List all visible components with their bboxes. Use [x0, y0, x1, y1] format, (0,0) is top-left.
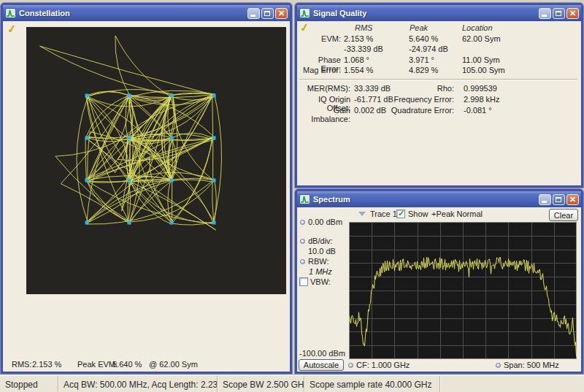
sq-row-phase-error: Phase Error: 1.068 ° 3.971 ° 11.00 Sym	[297, 55, 581, 66]
status-acq-bw: Acq BW: 500.00 MHz, Acq Length: 2.230 us	[58, 376, 218, 392]
close-icon: ✕	[567, 9, 578, 18]
sq-summary-row-3: Gain Imbalance: 0.002 dB Quadrature Erro…	[297, 106, 581, 116]
maximize-button[interactable]	[553, 8, 565, 19]
peak-evm-label: Peak EVM:	[77, 360, 118, 369]
maximize-icon	[556, 11, 561, 16]
show-trace-checkbox[interactable]: ✓	[396, 210, 405, 218]
cf-knob-icon[interactable]	[348, 363, 353, 368]
maximize-button[interactable]	[553, 194, 565, 205]
phase-error-peak: 3.971 °	[409, 55, 434, 64]
ref-level-value[interactable]: 0.00 dBm	[308, 218, 342, 226]
sq-row-mag-error: Mag Error: 1.554 % 4.829 % 105.00 Sym	[297, 66, 581, 76]
signal-quality-titlebar[interactable]: Signal Quality ✕	[297, 5, 581, 21]
minimize-icon	[250, 15, 256, 17]
minimize-button[interactable]	[539, 194, 551, 205]
header-rms: RMS	[355, 23, 372, 32]
signal-quality-title: Signal Quality	[313, 9, 539, 18]
quadrature-error-label: Quadrature Error:	[364, 106, 454, 115]
span-value[interactable]: Span: 500 MHz	[504, 361, 559, 369]
rms-value: 2.153 %	[32, 360, 61, 369]
header-peak: Peak	[410, 23, 428, 32]
signal-quality-body: ✓ RMS Peak Location EVM: 2.153 % 5.640 %…	[297, 21, 581, 185]
rms-label: RMS:	[12, 360, 32, 369]
spectrum-window: Spectrum ✕ Trace 1 ✓ Show +Peak Normal C…	[295, 189, 583, 374]
center-frequency-value[interactable]: CF: 1.000 GHz	[356, 361, 410, 369]
at-symbol-value: @ 62.00 Sym	[149, 360, 198, 369]
constellation-title: Constellation	[19, 9, 247, 18]
dbdiv-value[interactable]: 10.0 dB	[308, 247, 336, 255]
frequency-error-value: 2.998 kHz	[464, 95, 500, 104]
rbw-knob-icon[interactable]	[300, 259, 305, 264]
status-filler	[440, 376, 584, 392]
evm-peak: 5.640 %	[409, 34, 438, 43]
minimize-button[interactable]	[539, 8, 551, 19]
dbdiv-label: dB/div:	[308, 237, 333, 245]
frequency-error-label: Frequency Error:	[364, 95, 454, 104]
quadrature-error-value: -0.081 °	[464, 106, 492, 115]
checkbox-check-icon: ✓	[398, 209, 404, 218]
sq-summary-row-1: MER(RMS): 33.339 dB Rho: 0.999539	[297, 84, 581, 94]
vbw-label: VBW:	[310, 277, 331, 286]
minimize-icon	[542, 201, 547, 203]
status-scope-bw: Scope BW 2.500 GHz	[218, 376, 304, 392]
gain-imbalance-label: Gain Imbalance:	[297, 106, 350, 123]
constellation-body: ✓ RMS: 2.153 % Peak EVM: 5.640 % @ 62.00…	[3, 21, 290, 372]
mag-error-peak: 4.829 %	[409, 66, 438, 74]
rho-label: Rho:	[364, 84, 454, 93]
peak-evm-value: 5.640 %	[112, 360, 142, 369]
measurement-valid-checkmark: ✓	[7, 22, 18, 36]
rbw-value[interactable]: 1 MHz	[309, 267, 332, 276]
status-sample-rate: Scope sample rate 40.000 GHz	[304, 376, 440, 392]
maximize-button[interactable]	[261, 8, 274, 19]
sq-header-row: RMS Peak Location	[297, 23, 581, 34]
dbdiv-knob-icon[interactable]	[300, 239, 305, 244]
constellation-window: Constellation ✕ ✓ RMS: 2.153 % Peak EVM:…	[1, 3, 292, 374]
span-knob-icon[interactable]	[496, 363, 501, 368]
phase-error-rms: 1.068 °	[344, 55, 369, 64]
app-window-icon	[299, 8, 310, 18]
close-button[interactable]: ✕	[275, 8, 288, 19]
rho-value: 0.999539	[464, 84, 497, 93]
row-label: Mag Error:	[297, 66, 341, 74]
mer-label: MER(RMS):	[297, 84, 350, 93]
ref-level-knob-icon[interactable]	[300, 220, 305, 225]
signal-quality-window: Signal Quality ✕ ✓ RMS Peak Location EVM…	[295, 3, 583, 188]
minimize-button[interactable]	[247, 8, 260, 19]
evm-rms-db: -33.339 dB	[344, 45, 383, 53]
minimize-icon	[542, 15, 547, 17]
mag-error-location: 105.00 Sym	[462, 66, 505, 74]
close-button[interactable]: ✕	[566, 8, 579, 19]
vbw-checkbox[interactable]	[299, 277, 308, 286]
maximize-icon	[264, 11, 270, 16]
close-icon: ✕	[276, 9, 287, 18]
trace-name[interactable]: Trace 1	[370, 210, 397, 218]
row-label: EVM:	[297, 34, 341, 43]
evm-rms: 2.153 %	[344, 34, 373, 43]
app-screen: Constellation ✕ ✓ RMS: 2.153 % Peak EVM:…	[0, 0, 584, 392]
evm-location: 62.00 Sym	[462, 34, 501, 43]
constellation-plot[interactable]	[26, 27, 286, 294]
detector-mode[interactable]: +Peak Normal	[431, 210, 483, 218]
app-window-icon	[299, 194, 310, 204]
header-location: Location	[462, 23, 493, 32]
sq-summary-row-2: IQ Origin Offset: -61.771 dB Frequency E…	[297, 95, 581, 105]
close-icon: ✕	[567, 195, 578, 204]
status-run-state: Stopped	[0, 376, 58, 392]
sq-row-evm: EVM: 2.153 % 5.640 % 62.00 Sym	[297, 34, 581, 45]
bottom-level-value: -100.00 dBm	[299, 349, 345, 358]
constellation-titlebar[interactable]: Constellation ✕	[3, 5, 290, 21]
app-window-icon	[5, 8, 16, 18]
trace-expander-chevron-down-icon[interactable]	[358, 212, 366, 216]
close-button[interactable]: ✕	[566, 194, 579, 205]
spectrum-title: Spectrum	[313, 195, 539, 204]
status-bar: Stopped Acq BW: 500.00 MHz, Acq Length: …	[0, 375, 584, 392]
spectrum-titlebar[interactable]: Spectrum ✕	[297, 191, 581, 207]
spectrum-plot[interactable]	[349, 222, 577, 359]
clear-button[interactable]: Clear	[549, 209, 578, 221]
show-label: Show	[408, 210, 429, 218]
autoscale-button[interactable]: Autoscale	[299, 359, 344, 371]
phase-error-location: 11.00 Sym	[462, 55, 500, 64]
maximize-icon	[556, 197, 561, 202]
spectrum-body: Trace 1 ✓ Show +Peak Normal Clear 0.00 d…	[297, 207, 581, 372]
sq-row-evm-db: -33.339 dB -24.974 dB	[297, 45, 581, 55]
